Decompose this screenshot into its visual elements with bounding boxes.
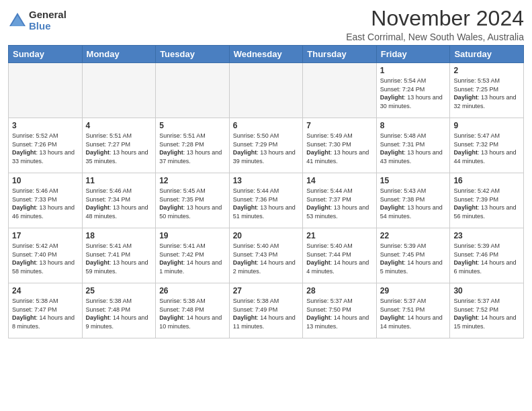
day-number: 10 (12, 176, 79, 185)
day-number: 6 (233, 121, 300, 130)
day-number: 23 (453, 231, 520, 240)
day-info: Sunrise: 5:44 AMSunset: 7:36 PMDaylight:… (233, 187, 300, 220)
main-container: General Blue November 2024 East Corrimal… (0, 0, 532, 344)
table-row: 24Sunrise: 5:38 AMSunset: 7:47 PMDayligh… (9, 283, 83, 338)
table-row (82, 63, 156, 118)
day-info: Sunrise: 5:51 AMSunset: 7:27 PMDaylight:… (86, 132, 152, 165)
day-info: Sunrise: 5:40 AMSunset: 7:44 PMDaylight:… (306, 242, 373, 275)
day-number: 27 (233, 286, 300, 295)
calendar-week-5: 24Sunrise: 5:38 AMSunset: 7:47 PMDayligh… (9, 283, 524, 338)
table-row: 1Sunrise: 5:54 AMSunset: 7:24 PMDaylight… (376, 63, 450, 118)
day-info: Sunrise: 5:37 AMSunset: 7:50 PMDaylight:… (306, 297, 373, 330)
day-number: 9 (453, 121, 520, 130)
day-number: 19 (159, 231, 226, 240)
table-row (229, 63, 303, 118)
location-title: East Corrimal, New South Wales, Australi… (346, 32, 524, 42)
day-number: 29 (380, 286, 447, 295)
day-info: Sunrise: 5:41 AMSunset: 7:42 PMDaylight:… (159, 242, 226, 275)
table-row: 27Sunrise: 5:38 AMSunset: 7:49 PMDayligh… (229, 283, 303, 338)
day-info: Sunrise: 5:53 AMSunset: 7:25 PMDaylight:… (453, 77, 520, 110)
header-friday: Friday (376, 46, 450, 63)
table-row: 6Sunrise: 5:50 AMSunset: 7:29 PMDaylight… (229, 118, 303, 173)
day-number: 24 (12, 286, 79, 295)
day-info: Sunrise: 5:40 AMSunset: 7:43 PMDaylight:… (233, 242, 300, 275)
table-row: 22Sunrise: 5:39 AMSunset: 7:45 PMDayligh… (376, 228, 450, 283)
table-row: 25Sunrise: 5:38 AMSunset: 7:48 PMDayligh… (82, 283, 156, 338)
day-number: 22 (380, 231, 447, 240)
header-saturday: Saturday (450, 46, 524, 63)
day-number: 26 (159, 286, 226, 295)
table-row: 2Sunrise: 5:53 AMSunset: 7:25 PMDaylight… (450, 63, 524, 118)
day-number: 21 (306, 231, 373, 240)
day-number: 13 (233, 176, 300, 185)
day-number: 16 (453, 176, 520, 185)
day-info: Sunrise: 5:39 AMSunset: 7:46 PMDaylight:… (453, 242, 520, 275)
day-number: 17 (12, 231, 79, 240)
table-row: 19Sunrise: 5:41 AMSunset: 7:42 PMDayligh… (156, 228, 230, 283)
logo-blue: Blue (29, 21, 66, 32)
day-info: Sunrise: 5:37 AMSunset: 7:52 PMDaylight:… (453, 297, 520, 330)
header-sunday: Sunday (9, 46, 83, 63)
table-row: 18Sunrise: 5:41 AMSunset: 7:41 PMDayligh… (82, 228, 156, 283)
day-number: 5 (159, 121, 226, 130)
month-title: November 2024 (346, 7, 524, 30)
logo-general: General (29, 9, 66, 21)
day-info: Sunrise: 5:47 AMSunset: 7:32 PMDaylight:… (453, 132, 520, 165)
day-number: 1 (380, 66, 447, 75)
day-info: Sunrise: 5:51 AMSunset: 7:28 PMDaylight:… (159, 132, 226, 165)
day-number: 2 (453, 66, 520, 75)
header-tuesday: Tuesday (156, 46, 230, 63)
table-row: 17Sunrise: 5:42 AMSunset: 7:40 PMDayligh… (9, 228, 83, 283)
table-row: 3Sunrise: 5:52 AMSunset: 7:26 PMDaylight… (9, 118, 83, 173)
day-info: Sunrise: 5:48 AMSunset: 7:31 PMDaylight:… (380, 132, 447, 165)
day-info: Sunrise: 5:46 AMSunset: 7:34 PMDaylight:… (86, 187, 152, 220)
calendar-table: Sunday Monday Tuesday Wednesday Thursday… (8, 45, 524, 338)
calendar-week-3: 10Sunrise: 5:46 AMSunset: 7:33 PMDayligh… (9, 173, 524, 228)
header-wednesday: Wednesday (229, 46, 303, 63)
table-row: 10Sunrise: 5:46 AMSunset: 7:33 PMDayligh… (9, 173, 83, 228)
calendar-header-row: Sunday Monday Tuesday Wednesday Thursday… (9, 46, 524, 63)
day-info: Sunrise: 5:42 AMSunset: 7:40 PMDaylight:… (12, 242, 79, 275)
table-row (156, 63, 230, 118)
title-section: November 2024 East Corrimal, New South W… (346, 7, 524, 42)
day-number: 4 (86, 121, 152, 130)
calendar-week-1: 1Sunrise: 5:54 AMSunset: 7:24 PMDaylight… (9, 63, 524, 118)
table-row: 21Sunrise: 5:40 AMSunset: 7:44 PMDayligh… (303, 228, 377, 283)
day-number: 15 (380, 176, 447, 185)
table-row: 29Sunrise: 5:37 AMSunset: 7:51 PMDayligh… (376, 283, 450, 338)
day-number: 8 (380, 121, 447, 130)
day-info: Sunrise: 5:46 AMSunset: 7:33 PMDaylight:… (12, 187, 79, 220)
table-row: 20Sunrise: 5:40 AMSunset: 7:43 PMDayligh… (229, 228, 303, 283)
day-info: Sunrise: 5:39 AMSunset: 7:45 PMDaylight:… (380, 242, 447, 275)
table-row: 11Sunrise: 5:46 AMSunset: 7:34 PMDayligh… (82, 173, 156, 228)
table-row: 16Sunrise: 5:42 AMSunset: 7:39 PMDayligh… (450, 173, 524, 228)
table-row: 12Sunrise: 5:45 AMSunset: 7:35 PMDayligh… (156, 173, 230, 228)
day-number: 14 (306, 176, 373, 185)
day-number: 25 (86, 286, 152, 295)
day-info: Sunrise: 5:54 AMSunset: 7:24 PMDaylight:… (380, 77, 447, 110)
day-info: Sunrise: 5:50 AMSunset: 7:29 PMDaylight:… (233, 132, 300, 165)
day-info: Sunrise: 5:41 AMSunset: 7:41 PMDaylight:… (86, 242, 152, 275)
day-number: 12 (159, 176, 226, 185)
header-monday: Monday (82, 46, 156, 63)
calendar-week-2: 3Sunrise: 5:52 AMSunset: 7:26 PMDaylight… (9, 118, 524, 173)
logo: General Blue (8, 9, 66, 32)
day-number: 20 (233, 231, 300, 240)
table-row: 7Sunrise: 5:49 AMSunset: 7:30 PMDaylight… (303, 118, 377, 173)
table-row: 23Sunrise: 5:39 AMSunset: 7:46 PMDayligh… (450, 228, 524, 283)
table-row: 26Sunrise: 5:38 AMSunset: 7:48 PMDayligh… (156, 283, 230, 338)
table-row: 4Sunrise: 5:51 AMSunset: 7:27 PMDaylight… (82, 118, 156, 173)
table-row: 15Sunrise: 5:43 AMSunset: 7:38 PMDayligh… (376, 173, 450, 228)
day-number: 18 (86, 231, 152, 240)
day-info: Sunrise: 5:43 AMSunset: 7:38 PMDaylight:… (380, 187, 447, 220)
table-row (303, 63, 377, 118)
day-number: 28 (306, 286, 373, 295)
day-info: Sunrise: 5:49 AMSunset: 7:30 PMDaylight:… (306, 132, 373, 165)
table-row: 5Sunrise: 5:51 AMSunset: 7:28 PMDaylight… (156, 118, 230, 173)
table-row: 9Sunrise: 5:47 AMSunset: 7:32 PMDaylight… (450, 118, 524, 173)
logo-text: General Blue (29, 9, 66, 32)
day-info: Sunrise: 5:52 AMSunset: 7:26 PMDaylight:… (12, 132, 79, 165)
logo-icon (8, 11, 27, 30)
table-row: 30Sunrise: 5:37 AMSunset: 7:52 PMDayligh… (450, 283, 524, 338)
day-number: 3 (12, 121, 79, 130)
